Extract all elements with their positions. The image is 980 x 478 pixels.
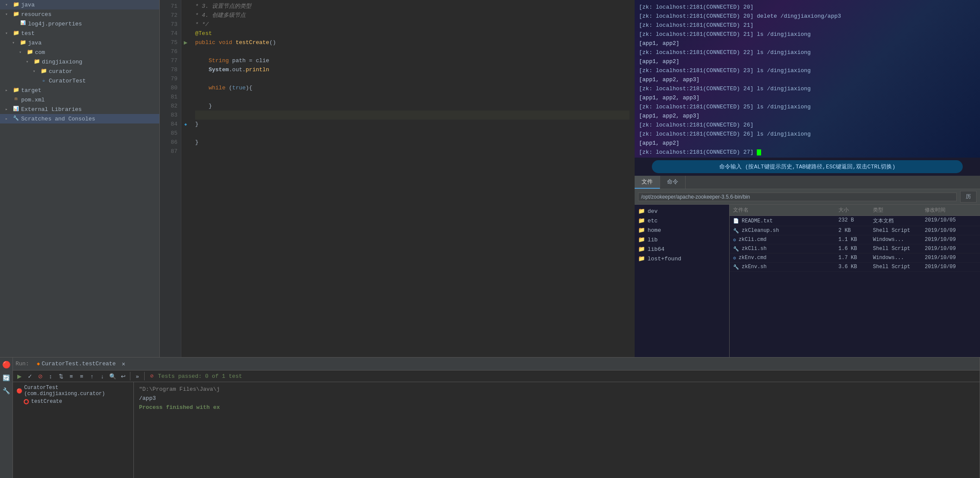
run-toolbar: ▶ ✓ ⊘ ↕ ⇅ ≡ ≡ ↑ ↓ 🔍 ↩ » ⊘ Tests passed: …	[13, 370, 980, 382]
sidebar-item-dingjiaxiong[interactable]: ▾ 📁 dingjiaxiong	[0, 57, 159, 66]
more-button[interactable]: »	[133, 371, 142, 381]
txt-icon: 📄	[733, 218, 739, 224]
folder-tree: 📁 dev 📁 etc 📁 home 📁 lib 📁 lib64	[635, 205, 730, 357]
sidebar-item-external-libs[interactable]: ▸ 📊 External Libraries	[0, 104, 159, 114]
sidebar-item-log4j[interactable]: 📊 log4j.properties	[0, 19, 159, 28]
folder-icon: 📁	[638, 255, 645, 262]
back-button[interactable]: ↩	[118, 371, 128, 381]
file-row-zkcli-sh[interactable]: 🔧 zkCli.sh 1.6 KB Shell Script 2019/10/0…	[730, 244, 980, 253]
folder-icon: 📁	[12, 87, 20, 94]
settings-icon[interactable]: 🔧	[2, 386, 11, 396]
filter2-button[interactable]: ≡	[77, 371, 86, 381]
filter1-button[interactable]: ≡	[66, 371, 76, 381]
col-filename[interactable]: 文件名	[733, 206, 838, 214]
file-name-cell: 🔧 zkEnv.sh	[733, 264, 838, 270]
terminal-line: [zk: localhost:2181(CONNECTED) 22] ls /d…	[639, 48, 976, 57]
stop-button[interactable]: ⊘	[35, 371, 45, 381]
sidebar-item-test-java[interactable]: ▾ 📁 java	[0, 38, 159, 47]
sidebar-item-curatortest[interactable]: ☕ CuratorTest	[0, 76, 159, 85]
test-class-label: CuratorTest (com.dingjiaxiong.curator)	[24, 385, 130, 397]
search-button[interactable]: 🔍	[108, 371, 117, 381]
expand-arrow: ▾	[33, 69, 40, 74]
test-folder-icon: 📁	[12, 30, 20, 37]
sidebar-item-label: target	[21, 87, 41, 94]
sort2-button[interactable]: ⇅	[56, 371, 66, 381]
folder-item-lib64[interactable]: 📁 lib64	[635, 244, 729, 254]
expand-arrow: ▾	[19, 50, 26, 55]
sidebar-item-com[interactable]: ▾ 📁 com	[0, 47, 159, 57]
sort-button[interactable]: ↕	[46, 371, 55, 381]
terminal-panel: [zk: localhost:2181(CONNECTED) 20] [zk: …	[635, 0, 980, 357]
file-name-cell: 🔧 zkCleanup.sh	[733, 228, 838, 234]
file-row-zkcli-cmd[interactable]: ⚙ zkCli.cmd 1.1 KB Windows... 2019/10/09	[730, 235, 980, 244]
path-input[interactable]	[638, 193, 957, 201]
sidebar-item-label: pom.xml	[21, 97, 45, 103]
folder-label: lost+found	[648, 256, 681, 262]
resources-folder-icon: 📁	[12, 11, 20, 18]
folder-item-lib[interactable]: 📁 lib	[635, 235, 729, 244]
file-name-cell: 📄 README.txt	[733, 217, 838, 225]
cmd-icon: ⚙	[733, 255, 736, 261]
separator2	[144, 372, 145, 380]
sidebar-item-scratches[interactable]: ▸ 🔧 Scratches and Consoles	[0, 114, 159, 123]
folder-item-home[interactable]: 📁 home	[635, 225, 729, 235]
col-size[interactable]: 大小	[838, 206, 873, 214]
status-text: Tests passed: 0 of 1 test	[158, 373, 242, 380]
down-button[interactable]: ↓	[98, 371, 107, 381]
test-class-item[interactable]: 🔴 CuratorTest (com.dingjiaxiong.curator)	[13, 384, 133, 398]
folder-label: dev	[648, 208, 658, 215]
folder-label: lib	[648, 237, 658, 243]
col-modified[interactable]: 修改时间	[925, 206, 977, 214]
file-row-zkcleanup[interactable]: 🔧 zkCleanup.sh 2 KB Shell Script 2019/10…	[730, 226, 980, 235]
expand-arrow: ▾	[5, 2, 12, 7]
separator	[130, 372, 130, 380]
sidebar-item-target[interactable]: ▸ 📁 target	[0, 85, 159, 95]
file-row-readme[interactable]: 📄 README.txt 232 B 文本文档 2019/10/05	[730, 216, 980, 226]
terminal-line: [app1, app2]	[639, 57, 976, 66]
terminal-line: [zk: localhost:2181(CONNECTED) 21]	[639, 21, 976, 30]
file-table-header: 文件名 大小 类型 修改时间	[730, 205, 980, 216]
col-type[interactable]: 类型	[873, 206, 925, 214]
shell-icon: 🔧	[733, 264, 739, 270]
folder-item-dev[interactable]: 📁 dev	[635, 206, 729, 216]
sidebar-item-resources[interactable]: ▾ 📁 resources	[0, 9, 159, 19]
file-row-zkenv-cmd[interactable]: ⚙ zkEnv.cmd 1.7 KB Windows... 2019/10/09	[730, 253, 980, 263]
output-line: /app3	[139, 394, 974, 403]
run-output[interactable]: "D:\Program Files\Java\j /app3 Process f…	[134, 382, 980, 478]
run-tab-label: CuratorTest.testCreate	[41, 361, 116, 367]
run-tab-curatortest[interactable]: ◆ CuratorTest.testCreate	[32, 360, 120, 368]
play-button[interactable]: ▶	[15, 371, 24, 381]
test-method-item[interactable]: ⭕ testCreate	[13, 398, 133, 405]
expand-arrow: ▸	[5, 88, 12, 93]
expand-arrow: ▾	[5, 31, 12, 36]
sidebar-item-pom[interactable]: m pom.xml	[0, 95, 159, 104]
run-panel-body: 🔴 CuratorTest (com.dingjiaxiong.curator)…	[13, 382, 980, 478]
folder-item-lost[interactable]: 📁 lost+found	[635, 254, 729, 263]
error-icon: 🔴	[2, 360, 11, 370]
side-icons: 🔴 🔄 🔧	[0, 358, 13, 478]
reload-icon[interactable]: 🔄	[2, 373, 11, 383]
folder-item-etc[interactable]: 📁 etc	[635, 216, 729, 225]
tab-commands[interactable]: 命令	[660, 176, 686, 189]
run-tab-icon: ◆	[37, 361, 40, 367]
sidebar-item-label: java	[21, 2, 35, 8]
check-button[interactable]: ✓	[25, 371, 35, 381]
code-lines[interactable]: * 3. 设置节点的类型 * 4. 创建多级节点 * */ @Test publ…	[190, 0, 635, 357]
terminal-line: [zk: localhost:2181(CONNECTED) 20]	[639, 3, 976, 12]
terminal-output[interactable]: [zk: localhost:2181(CONNECTED) 20] [zk: …	[635, 0, 980, 158]
fail-icon: 🔴	[16, 388, 22, 394]
up-button[interactable]: ↑	[87, 371, 97, 381]
status-icon: ⊘	[150, 373, 154, 380]
history-button[interactable]: 历	[960, 191, 977, 203]
sidebar-item-test[interactable]: ▾ 📁 test	[0, 28, 159, 38]
tab-files[interactable]: 文件	[635, 176, 660, 189]
sidebar-item-java[interactable]: ▾ 📁 java	[0, 0, 159, 9]
close-tab-button[interactable]: ×	[122, 361, 125, 367]
folder-icon: 📁	[638, 217, 645, 224]
sidebar-item-label: com	[35, 49, 45, 56]
sidebar-item-curator[interactable]: ▾ 📁 curator	[0, 66, 159, 76]
expand-arrow: ▸	[5, 107, 12, 112]
file-name-cell: ⚙ zkEnv.cmd	[733, 255, 838, 261]
folder-icon: 📁	[638, 227, 645, 234]
file-row-zkenv-sh[interactable]: 🔧 zkEnv.sh 3.6 KB Shell Script 2019/10/0…	[730, 263, 980, 272]
